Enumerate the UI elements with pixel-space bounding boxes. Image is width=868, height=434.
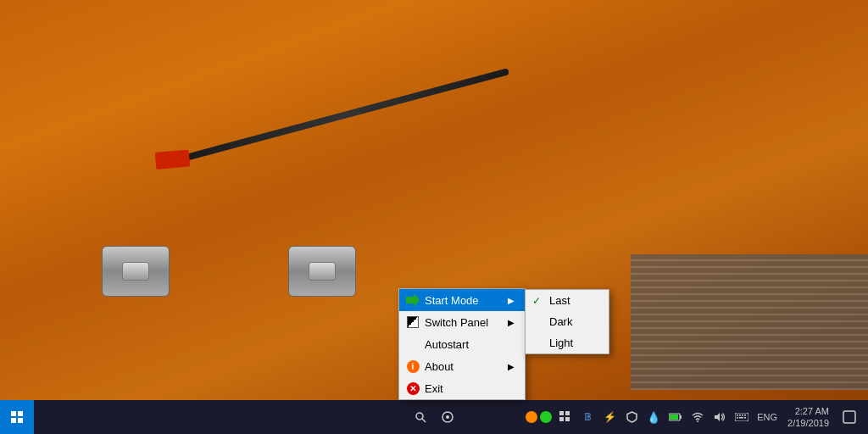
case-lock-right [288, 246, 356, 297]
switch-icon-graphic [407, 316, 419, 328]
svg-rect-14 [670, 415, 678, 420]
svg-rect-11 [565, 417, 570, 421]
start-mode-label: Start Mode [425, 294, 496, 307]
menu-item-autostart[interactable]: Autostart [399, 333, 525, 355]
check-last: ✓ [532, 295, 544, 307]
taskbar-cortana-icon[interactable] [436, 405, 459, 429]
tray-wifi-icon[interactable] [689, 409, 706, 426]
about-icon: i [407, 360, 420, 373]
turntable-arm [181, 68, 509, 162]
autostart-icon [406, 337, 420, 351]
svg-rect-13 [680, 415, 682, 419]
menu-item-start-mode[interactable]: Start Mode ▶ ✓ Last ✓ Dark ✓ Light [399, 289, 525, 311]
svg-rect-23 [739, 417, 743, 419]
taskbar-search-icon[interactable] [409, 405, 432, 429]
tray-grid-icon[interactable] [557, 409, 574, 426]
tray-volume-icon[interactable] [711, 409, 728, 426]
svg-rect-22 [737, 417, 738, 419]
svg-point-4 [416, 413, 423, 420]
tray-app-green[interactable] [540, 411, 552, 423]
svg-rect-8 [559, 411, 564, 415]
taskbar-right: 𝔹 ⚡ 💧 [526, 400, 861, 434]
switch-panel-label: Switch Panel [425, 316, 496, 329]
language-indicator[interactable]: ENG [755, 412, 779, 422]
context-menu: Start Mode ▶ ✓ Last ✓ Dark ✓ Light [398, 288, 526, 400]
tray-bluetooth-icon[interactable]: ⚡ [601, 409, 618, 426]
tray-battery-icon[interactable] [667, 409, 684, 426]
svg-rect-20 [742, 415, 743, 416]
svg-rect-18 [737, 415, 738, 416]
notification-center-icon[interactable] [837, 405, 861, 429]
clock-date: 2/19/2019 [787, 417, 829, 429]
speaker-grille [631, 254, 868, 390]
start-mode-submenu: ✓ Last ✓ Dark ✓ Light [525, 289, 609, 354]
start-mode-icon [406, 293, 420, 307]
switch-panel-icon [406, 315, 420, 329]
system-tray [526, 411, 552, 423]
menu-item-about[interactable]: i About ▶ [399, 355, 525, 377]
submenu-dark-label: Dark [549, 315, 572, 328]
taskbar-left [0, 400, 34, 434]
exit-icon-wrapper: ✕ [406, 381, 420, 395]
start-mode-arrow: ▶ [508, 296, 515, 305]
taskbar-center [409, 405, 459, 429]
context-menu-wrapper: Start Mode ▶ ✓ Last ✓ Dark ✓ Light [398, 288, 526, 400]
windows-logo-icon [11, 411, 23, 423]
svg-marker-16 [715, 413, 720, 421]
exit-icon: ✕ [407, 382, 420, 395]
svg-rect-25 [843, 411, 855, 423]
case-lock-left [102, 246, 170, 297]
tray-shield-icon[interactable] [623, 409, 640, 426]
svg-rect-1 [18, 411, 23, 416]
svg-line-5 [422, 419, 426, 422]
submenu-item-last[interactable]: ✓ Last [526, 290, 609, 311]
svg-point-7 [446, 415, 449, 419]
about-label: About [425, 360, 496, 373]
start-button[interactable] [0, 400, 34, 434]
submenu-item-light[interactable]: ✓ Light [526, 332, 609, 353]
submenu-light-label: Light [549, 337, 573, 349]
svg-rect-2 [11, 418, 16, 423]
svg-rect-21 [744, 415, 746, 416]
autostart-label: Autostart [425, 338, 515, 351]
submenu-item-dark[interactable]: ✓ Dark [526, 311, 609, 332]
menu-item-exit[interactable]: ✕ Exit [399, 377, 525, 399]
svg-point-15 [697, 420, 698, 422]
svg-rect-9 [565, 411, 570, 415]
exit-label: Exit [425, 382, 515, 395]
tray-bluetooth-app-icon[interactable]: 𝔹 [579, 409, 596, 426]
menu-item-switch-panel[interactable]: Switch Panel ▶ [399, 311, 525, 333]
svg-rect-3 [18, 418, 23, 423]
system-clock[interactable]: 2:27 AM 2/19/2019 [784, 405, 832, 430]
taskbar: 𝔹 ⚡ 💧 [0, 400, 868, 434]
switch-panel-arrow: ▶ [508, 318, 515, 327]
tray-water-icon[interactable]: 💧 [645, 409, 662, 426]
svg-rect-19 [739, 415, 741, 416]
svg-rect-24 [744, 417, 746, 419]
tray-keyboard-icon[interactable] [733, 409, 750, 426]
submenu-last-label: Last [549, 294, 570, 307]
about-arrow: ▶ [508, 362, 515, 371]
tray-app-orange[interactable] [526, 411, 537, 423]
clock-time: 2:27 AM [787, 405, 829, 417]
green-arrow [406, 293, 420, 307]
svg-rect-10 [559, 417, 564, 421]
about-icon-wrapper: i [406, 359, 420, 373]
svg-rect-0 [11, 411, 16, 416]
